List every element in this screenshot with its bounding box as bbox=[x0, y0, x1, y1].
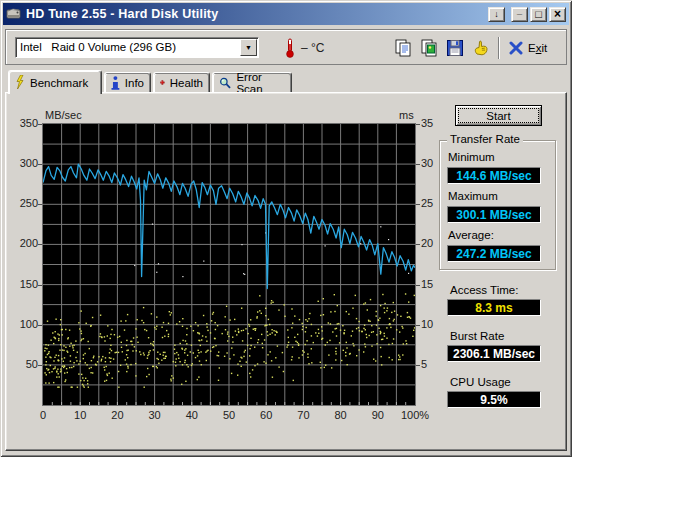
tab-info[interactable]: Info bbox=[104, 72, 151, 93]
x-tick-label: 100% bbox=[401, 409, 429, 421]
y-right-tick-label: 10 bbox=[421, 318, 453, 330]
options-button[interactable] bbox=[468, 36, 494, 60]
access-time-label: Access Time: bbox=[450, 284, 518, 296]
x-tick-label: 50 bbox=[223, 409, 235, 421]
toolbar-separator bbox=[498, 37, 499, 59]
y-left-tick-label: 150 bbox=[6, 278, 38, 290]
close-icon: × bbox=[554, 8, 561, 20]
app-icon bbox=[6, 6, 22, 22]
transfer-rate-group-label: Transfer Rate bbox=[447, 133, 523, 145]
y-left-tick-label: 200 bbox=[6, 237, 38, 249]
x-tick-label: 0 bbox=[40, 409, 46, 421]
thermometer-icon bbox=[284, 37, 296, 59]
copy-screenshot-button[interactable] bbox=[416, 36, 442, 60]
maximize-button[interactable]: □ bbox=[530, 7, 547, 22]
tab-health[interactable]: Health bbox=[153, 72, 210, 93]
options-hand-icon bbox=[471, 38, 491, 58]
y-left-tick-label: 250 bbox=[6, 197, 38, 209]
y-left-tick-label: 50 bbox=[6, 358, 38, 370]
y-right-tick-label: 15 bbox=[421, 278, 453, 290]
benchmark-plot bbox=[43, 124, 415, 405]
tab-error-scan-label: Error Scan bbox=[236, 71, 285, 95]
exit-button[interactable]: Exit bbox=[509, 41, 547, 55]
y-left-axis-caption: MB/sec bbox=[45, 109, 82, 121]
maximum-value: 300.1 MB/sec bbox=[447, 206, 541, 223]
x-tick-label: 60 bbox=[260, 409, 272, 421]
roll-up-button[interactable]: ↓ bbox=[488, 7, 505, 22]
burst-rate-value: 2306.1 MB/sec bbox=[447, 345, 541, 362]
access-time-value: 8.3 ms bbox=[447, 299, 541, 316]
maximize-icon: □ bbox=[535, 9, 542, 20]
title-bar[interactable]: HD Tune 2.55 - Hard Disk Utility ↓ _ □ × bbox=[3, 3, 569, 25]
copy-icon bbox=[393, 38, 413, 58]
save-button[interactable] bbox=[442, 36, 468, 60]
tab-error-scan[interactable]: Error Scan bbox=[212, 72, 292, 93]
tab-benchmark[interactable]: Benchmark bbox=[8, 70, 102, 94]
minimize-button[interactable]: _ bbox=[511, 7, 528, 22]
y-left-tick-label: 100 bbox=[6, 318, 38, 330]
x-tick-label: 40 bbox=[186, 409, 198, 421]
exit-label: Exit bbox=[528, 42, 547, 54]
tab-benchmark-label: Benchmark bbox=[30, 77, 88, 89]
save-icon bbox=[445, 38, 465, 58]
toolbar: Intel Raid 0 Volume (296 GB) ▼ – °C bbox=[5, 29, 567, 65]
magnifier-icon bbox=[219, 76, 231, 90]
cpu-usage-label: CPU Usage bbox=[450, 376, 511, 388]
window-title: HD Tune 2.55 - Hard Disk Utility bbox=[26, 7, 218, 21]
y-left-tick-label: 350 bbox=[6, 117, 38, 129]
lightning-icon bbox=[15, 75, 25, 90]
minimize-icon: _ bbox=[517, 7, 522, 16]
roll-up-icon: ↓ bbox=[494, 10, 499, 19]
x-tick-label: 10 bbox=[74, 409, 86, 421]
y-right-tick-label: 35 bbox=[421, 117, 453, 129]
start-button[interactable]: Start bbox=[455, 105, 542, 126]
start-button-label: Start bbox=[486, 110, 510, 122]
y-left-tick-label: 300 bbox=[6, 157, 38, 169]
close-button[interactable]: × bbox=[549, 7, 566, 22]
copy-image-icon bbox=[419, 38, 439, 58]
x-tick-label: 90 bbox=[372, 409, 384, 421]
minimum-label: Minimum bbox=[448, 151, 495, 163]
average-label: Average: bbox=[448, 229, 494, 241]
x-tick-label: 20 bbox=[111, 409, 123, 421]
x-tick-label: 80 bbox=[334, 409, 346, 421]
minimum-value: 144.6 MB/sec bbox=[447, 167, 541, 184]
exit-x-icon bbox=[509, 41, 523, 55]
maximum-label: Maximum bbox=[448, 190, 498, 202]
drive-select-dropdown[interactable]: Intel Raid 0 Volume (296 GB) ▼ bbox=[15, 37, 259, 58]
drive-select-value: Intel Raid 0 Volume (296 GB) bbox=[16, 38, 239, 57]
info-icon bbox=[111, 76, 120, 90]
temperature-readout: – °C bbox=[301, 41, 324, 55]
y-right-axis-caption: ms bbox=[399, 109, 414, 121]
cpu-usage-value: 9.5% bbox=[447, 391, 541, 408]
app-window: HD Tune 2.55 - Hard Disk Utility ↓ _ □ ×… bbox=[0, 0, 572, 457]
benchmark-plot-svg bbox=[43, 124, 415, 405]
chevron-down-icon[interactable]: ▼ bbox=[240, 39, 257, 56]
copy-text-button[interactable] bbox=[390, 36, 416, 60]
x-tick-label: 30 bbox=[148, 409, 160, 421]
x-tick-label: 70 bbox=[297, 409, 309, 421]
tab-health-label: Health bbox=[170, 77, 203, 89]
tab-info-label: Info bbox=[125, 77, 144, 89]
average-value: 247.2 MB/sec bbox=[447, 245, 541, 262]
health-cross-icon bbox=[160, 76, 165, 89]
burst-rate-label: Burst Rate bbox=[450, 330, 504, 342]
